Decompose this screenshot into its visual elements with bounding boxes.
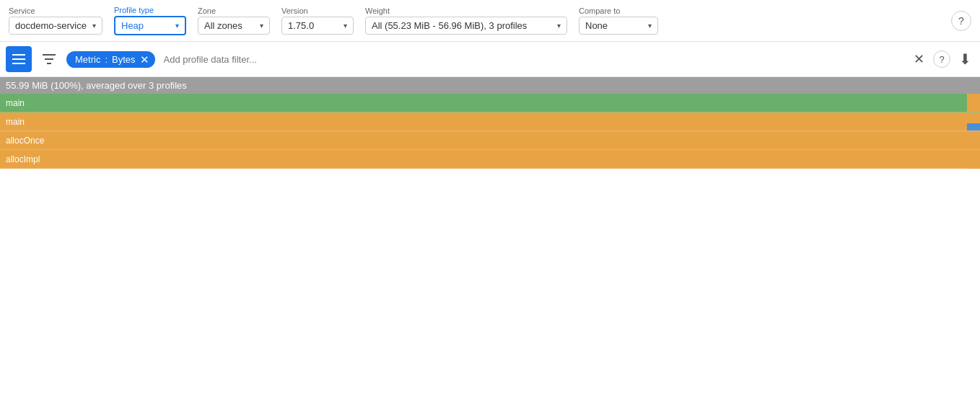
flame-chart-area: 55.99 MiB (100%), averaged over 3 profil… [0,77,980,169]
svg-rect-5 [47,63,51,64]
version-dropdown-group: Version 1.75.0 ▾ [281,6,354,35]
svg-rect-1 [12,58,25,60]
profile-type-arrow-icon: ▾ [175,22,179,30]
metric-chip-value: Bytes [112,54,136,65]
metric-chip[interactable]: Metric : Bytes ✕ [66,51,155,68]
svg-rect-0 [12,54,25,56]
compare-to-label: Compare to [579,6,658,15]
profile-type-label: Profile type [114,6,186,14]
list-view-button[interactable] [6,46,32,72]
weight-value: All (55.23 MiB - 56.96 MiB), 3 profiles [372,20,527,31]
version-label: Version [281,6,354,15]
profile-type-dropdown[interactable]: Heap ▾ [114,16,186,35]
list-icon [12,54,25,64]
filter-help-button[interactable]: ? [933,50,950,68]
service-label: Service [9,6,102,15]
flame-row-1[interactable]: main [0,113,980,131]
flame-row-0[interactable]: main [0,94,980,113]
version-arrow-icon: ▾ [344,22,347,30]
svg-rect-3 [43,54,56,56]
download-button[interactable]: ⬇ [956,48,974,71]
flame-header: 55.99 MiB (100%), averaged over 3 profil… [0,77,980,94]
zone-dropdown-group: Zone All zones ▾ [198,6,270,35]
flame-row-3[interactable]: allocImpl [0,150,980,169]
zone-label: Zone [198,6,270,15]
weight-label: Weight [365,6,567,15]
weight-arrow-icon: ▾ [557,22,561,30]
service-dropdown-group: Service docdemo-service ▾ [9,6,102,35]
flame-row-0-right-bar [967,94,980,112]
service-dropdown[interactable]: docdemo-service ▾ [9,17,102,35]
weight-dropdown-group: Weight All (55.23 MiB - 56.96 MiB), 3 pr… [365,6,567,35]
service-arrow-icon: ▾ [92,22,96,30]
profile-type-value: Heap [121,20,144,31]
compare-to-arrow-icon: ▾ [648,22,652,30]
zone-dropdown[interactable]: All zones ▾ [198,17,270,35]
filter-toolbar: Metric : Bytes ✕ ✕ ? ⬇ [0,42,980,77]
compare-to-value: None [585,20,608,31]
filter-button[interactable] [38,48,61,71]
flame-row-0-label: main [0,94,980,112]
metric-chip-label: Metric [75,54,100,65]
filter-icon [43,54,56,64]
metric-chip-separator: : [105,54,108,65]
compare-to-dropdown-group: Compare to None ▾ [579,6,658,35]
flame-row-1-right-bars [967,113,980,131]
clear-filter-button[interactable]: ✕ [911,48,927,70]
zone-arrow-icon: ▾ [260,22,263,30]
flame-row-2[interactable]: allocOnce [0,131,980,150]
flame-row-3-label: allocImpl [0,150,980,168]
service-value: docdemo-service [15,20,87,31]
top-toolbar: Service docdemo-service ▾ Profile type H… [0,0,980,42]
weight-dropdown[interactable]: All (55.23 MiB - 56.96 MiB), 3 profiles … [365,17,567,35]
compare-to-dropdown[interactable]: None ▾ [579,17,658,35]
version-dropdown[interactable]: 1.75.0 ▾ [281,17,354,35]
profile-type-dropdown-group: Profile type Heap ▾ [114,6,186,35]
filter-input[interactable] [161,51,905,68]
flame-row-2-label: allocOnce [0,131,980,149]
svg-rect-4 [45,58,53,60]
svg-rect-2 [12,63,25,64]
help-button[interactable]: ? [951,11,971,31]
sidebar-bars [967,155,980,169]
zone-value: All zones [204,20,242,31]
version-value: 1.75.0 [288,20,314,31]
flame-row-1-label: main [0,113,980,131]
flame-row-2-right-bar [967,131,980,149]
metric-chip-close-icon[interactable]: ✕ [140,54,149,65]
sidebar-segment [967,155,980,169]
